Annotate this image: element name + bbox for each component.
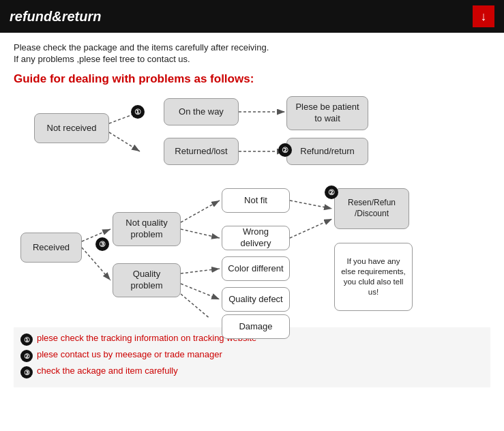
box-resen-refun-discount: Resen/Refun /Discount xyxy=(334,188,409,229)
page-title: refund&return xyxy=(10,9,101,25)
svg-line-1 xyxy=(109,132,140,151)
box-not-received: Not received xyxy=(34,113,109,143)
note-badge-1: ① xyxy=(20,333,33,346)
box-wrong-delivery: Wrong delivery xyxy=(222,226,290,250)
svg-line-10 xyxy=(181,269,220,273)
svg-line-13 xyxy=(290,200,332,209)
note-badge-3: ③ xyxy=(20,366,33,378)
box-damage: Damage xyxy=(222,314,290,339)
box-not-fit: Not fit xyxy=(222,188,290,213)
svg-line-7 xyxy=(82,248,110,280)
box-on-the-way: On the way xyxy=(164,98,239,125)
box-returned-lost: Returned/lost xyxy=(164,138,239,165)
svg-line-9 xyxy=(181,229,220,238)
box-received: Received xyxy=(20,233,82,263)
box-quality-problem: Quality problem xyxy=(113,263,181,297)
down-arrow-icon: ↓ xyxy=(473,5,494,27)
intro-line1: Please check the package and the items c… xyxy=(14,42,490,53)
box-if-you-have: If you have any else requirements, you c… xyxy=(334,243,413,311)
badge-2-bottom: ② xyxy=(325,185,338,199)
note-text-2: plese contact us by meesage or trade man… xyxy=(37,349,222,359)
box-refund-return: Refund/return xyxy=(286,138,368,165)
box-quality-defect: Quality defect xyxy=(222,287,290,312)
box-not-quality-problem: Not quality problem xyxy=(113,212,181,246)
note-text-3: check the ackage and item carefully xyxy=(37,366,178,376)
svg-line-14 xyxy=(290,219,332,238)
box-color-different: Color different xyxy=(222,256,290,281)
badge-1-top: ① xyxy=(131,105,145,119)
header-bar: refund&return ↓ xyxy=(0,0,504,33)
top-flowchart: ① Not received On the way Returned/lost … xyxy=(14,93,490,175)
svg-line-8 xyxy=(181,200,220,222)
note-item-2: ② plese contact us by meesage or trade m… xyxy=(20,349,484,362)
svg-line-11 xyxy=(181,284,220,299)
badge-2-top: ② xyxy=(278,143,292,157)
box-plese-be-patient: Plese be patient to wait xyxy=(286,96,368,130)
guide-title: Guide for dealing with problems as follo… xyxy=(14,72,490,86)
note-item-3: ③ check the ackage and item carefully xyxy=(20,366,484,378)
intro-line2: If any problems ,plese feel tree to cont… xyxy=(14,54,490,64)
content-area: Please check the package and the items c… xyxy=(0,33,504,394)
badge-3-bottom: ③ xyxy=(95,237,109,251)
svg-line-12 xyxy=(181,294,220,318)
intro-text: Please check the package and the items c… xyxy=(14,42,490,64)
bottom-flowchart: ③ ② Received Not quality problem Quality… xyxy=(14,181,490,318)
note-badge-2: ② xyxy=(20,350,33,362)
